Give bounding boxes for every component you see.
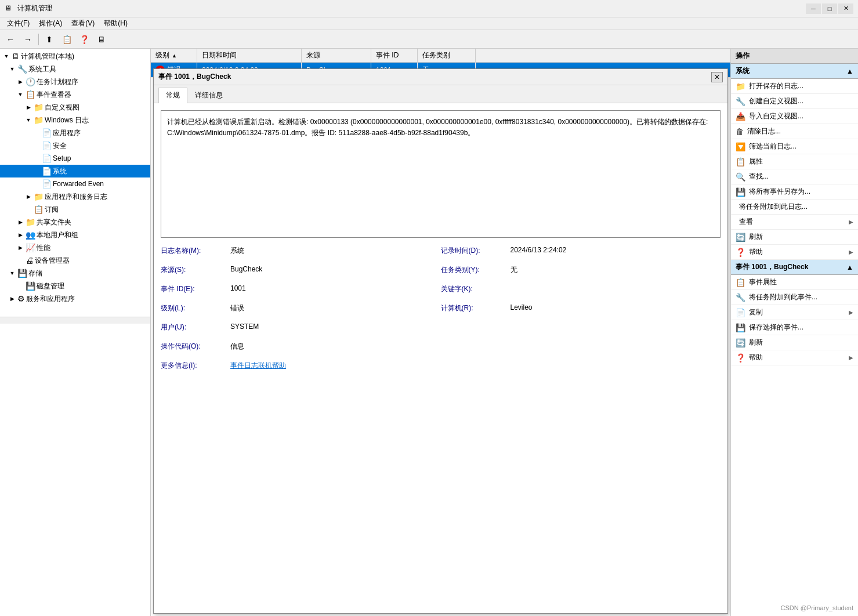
maximize-button[interactable]: □ (822, 3, 837, 14)
action-attach-task-log[interactable]: 将任务附加到此日志... (731, 200, 858, 215)
expander-app-service-logs[interactable]: ▶ (24, 193, 32, 201)
action-save-all-events[interactable]: 💾 将所有事件另存为... (731, 184, 858, 200)
sidebar-item-custom-views[interactable]: ▶ 📁 自定义视图 (0, 101, 150, 114)
action-create-custom-view[interactable]: 🔧 创建自定义视图... (731, 94, 858, 109)
dialog-close-button[interactable]: ✕ (711, 72, 723, 82)
expander-custom-views[interactable]: ▶ (24, 103, 32, 111)
sidebar-item-storage[interactable]: ▼ 💾 存储 (0, 267, 150, 280)
expander-sys-tools[interactable]: ▼ (8, 65, 16, 73)
security-icon: 📄 (42, 141, 52, 150)
expander-services[interactable]: ▶ (8, 295, 16, 303)
action-event-properties[interactable]: 📋 事件属性 (731, 275, 858, 290)
action-help-event[interactable]: ❓ 帮助 ▶ (731, 350, 858, 365)
action-save-selected-event[interactable]: 💾 保存选择的事件... (731, 320, 858, 335)
find-label: 查找... (749, 172, 853, 182)
expander-task-sched[interactable]: ▶ (16, 78, 24, 86)
attach-task-event-icon: 🔧 (736, 293, 745, 302)
action-refresh-event[interactable]: 🔄 刷新 (731, 335, 858, 350)
col-header-eventid[interactable]: 事件 ID (371, 49, 418, 62)
help-button[interactable]: ❓ (76, 32, 92, 47)
action-open-saved-log[interactable]: 📁 打开保存的日志... (731, 79, 858, 94)
more-info-link[interactable]: 事件日志联机帮助 (230, 361, 286, 371)
sidebar-item-win-logs[interactable]: ▼ 📁 Windows 日志 (0, 114, 150, 126)
sidebar-item-security[interactable]: ▶ 📄 安全 (0, 139, 150, 152)
detail-row-moreinfo: 更多信息(I): 事件日志联机帮助 (161, 361, 441, 371)
menu-view[interactable]: 查看(V) (67, 17, 99, 30)
help-event-icon: ❓ (736, 353, 745, 363)
detail-row-source: 来源(S): BugCheck (161, 265, 441, 275)
action-help-system[interactable]: ❓ 帮助 ▶ (731, 245, 858, 260)
sidebar-item-services[interactable]: ▶ ⚙ 服务和应用程序 (0, 292, 150, 305)
action-filter-log[interactable]: 🔽 筛选当前日志... (731, 139, 858, 154)
tab-details[interactable]: 详细信息 (187, 88, 230, 103)
action-attach-task-event[interactable]: 🔧 将任务附加到此事件... (731, 290, 858, 305)
sidebar-item-event-viewer[interactable]: ▼ 📋 事件查看器 (0, 88, 150, 101)
sidebar-item-task-sched[interactable]: ▶ 🕐 任务计划程序 (0, 75, 150, 88)
forward-button[interactable]: → (20, 32, 36, 47)
source-field-label: 来源(S): (161, 265, 230, 275)
expander-root[interactable]: ▼ (2, 52, 10, 60)
back-button[interactable]: ← (2, 32, 19, 47)
minimize-button[interactable]: ─ (806, 3, 821, 14)
action-view[interactable]: 查看 ▶ (731, 215, 858, 230)
event-dialog: 事件 1001，BugCheck ✕ 常规 详细信息 计算机已经从检测错误后重新… (153, 68, 728, 614)
event-message-text: 计算机已经从检测错误后重新启动。检测错误: 0x00000133 (0x0000… (167, 118, 708, 137)
expander-event-viewer[interactable]: ▼ (16, 90, 24, 99)
event-properties-label: 事件属性 (749, 277, 853, 287)
sidebar-item-device-mgr[interactable]: ▶ 🖨 设备管理器 (0, 254, 150, 267)
action-section-system[interactable]: 系统 ▲ (731, 64, 858, 79)
menu-file[interactable]: 文件(F) (2, 17, 34, 30)
op-code-label: 操作代码(O): (161, 342, 230, 352)
sidebar-item-shared-folders[interactable]: ▶ 📁 共享文件夹 (0, 216, 150, 229)
sidebar-item-sys-tools[interactable]: ▼ 🔧 系统工具 (0, 63, 150, 75)
root-label: 计算机管理(本地) (21, 52, 74, 61)
action-section-system-label: 系统 (736, 66, 750, 76)
title-bar: 🖥 计算机管理 ─ □ ✕ (0, 0, 858, 17)
action-clear-log[interactable]: 🗑 清除日志... (731, 124, 858, 139)
sidebar-item-disk-mgmt[interactable]: ▶ 💾 磁盘管理 (0, 280, 150, 292)
level-field-value: 错误 (230, 303, 244, 313)
user-field-label: 用户(U): (161, 323, 230, 332)
col-header-datetime[interactable]: 日期和时间 (197, 49, 302, 62)
sidebar-item-performance[interactable]: ▶ 📈 性能 (0, 241, 150, 254)
custom-views-label: 自定义视图 (45, 103, 79, 113)
close-button[interactable]: ✕ (838, 3, 853, 14)
sidebar-item-setup[interactable]: ▶ 📄 Setup (0, 152, 150, 165)
sidebar-item-subscribe[interactable]: ▶ 📋 订阅 (0, 203, 150, 216)
menu-help[interactable]: 帮助(H) (99, 17, 132, 30)
tab-general[interactable]: 常规 (158, 88, 187, 103)
export-button[interactable]: 🖥 (93, 32, 110, 47)
actions-header-label: 操作 (736, 51, 750, 61)
action-refresh-system[interactable]: 🔄 刷新 (731, 230, 858, 245)
col-header-task[interactable]: 任务类别 (418, 49, 476, 62)
sidebar-item-root[interactable]: ▼ 🖥 计算机管理(本地) (0, 50, 150, 63)
col-header-level[interactable]: 级别 ▲ (151, 49, 197, 62)
sidebar-item-app-service-logs[interactable]: ▶ 📁 应用程序和服务日志 (0, 190, 150, 203)
menu-action[interactable]: 操作(A) (34, 17, 67, 30)
up-button[interactable]: ⬆ (41, 32, 57, 47)
sidebar-horizontal-scrollbar[interactable] (0, 317, 150, 324)
action-find[interactable]: 🔍 查找... (731, 169, 858, 184)
sidebar-item-local-users[interactable]: ▶ 👥 本地用户和组 (0, 229, 150, 241)
expander-win-logs[interactable]: ▼ (24, 116, 32, 124)
sidebar-item-forwarded[interactable]: ▶ 📄 Forwarded Even (0, 177, 150, 190)
sidebar-item-application[interactable]: ▶ 📄 应用程序 (0, 126, 150, 139)
show-hide-button[interactable]: 📋 (59, 32, 75, 47)
window-title: 计算机管理 (17, 3, 802, 13)
setup-icon: 📄 (42, 154, 52, 163)
expander-shared-folders[interactable]: ▶ (16, 218, 24, 226)
expander-storage[interactable]: ▼ (8, 269, 16, 277)
action-import-custom-view[interactable]: 📥 导入自定义视图... (731, 109, 858, 124)
event-viewer-label: 事件查看器 (37, 90, 71, 100)
action-section-event1001[interactable]: 事件 1001，BugCheck ▲ (731, 260, 858, 275)
sidebar-item-system[interactable]: ▶ 📄 系统 (0, 165, 150, 177)
sys-tools-label: 系统工具 (28, 64, 56, 74)
services-label: 服务和应用程序 (26, 294, 75, 304)
action-copy[interactable]: 📄 复制 ▶ (731, 305, 858, 320)
action-properties[interactable]: 📋 属性 (731, 154, 858, 169)
expander-performance[interactable]: ▶ (16, 244, 24, 252)
event-message-box[interactable]: 计算机已经从检测错误后重新启动。检测错误: 0x00000133 (0x0000… (161, 110, 721, 238)
expander-local-users[interactable]: ▶ (16, 231, 24, 239)
col-header-source[interactable]: 来源 (302, 49, 371, 62)
more-info-label: 更多信息(I): (161, 361, 230, 371)
